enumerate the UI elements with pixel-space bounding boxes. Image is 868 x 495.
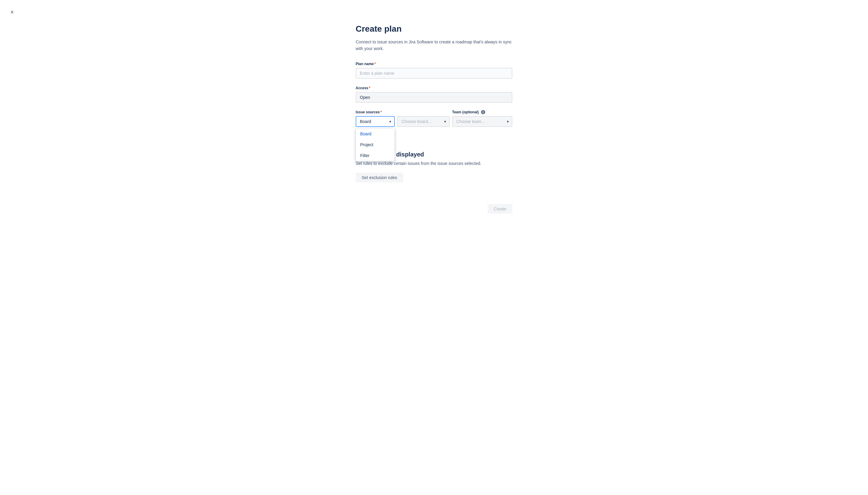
board-select[interactable]: Choose board...	[397, 116, 450, 127]
set-exclusion-rules-button[interactable]: Set exclusion rules	[355, 173, 403, 182]
board-select-wrapper: Choose board... ▼	[397, 116, 450, 127]
footer-row: Create	[355, 204, 513, 214]
dropdown-item-board[interactable]: Board	[356, 129, 395, 139]
dropdown-item-project[interactable]: Project	[356, 139, 395, 150]
source-type-wrapper: Board Project Filter ▼ Board Project Fil…	[355, 116, 395, 127]
team-label-wrapper: Team (optional) i	[452, 110, 513, 115]
plan-name-input[interactable]	[355, 68, 513, 79]
source-type-dropdown: Board Project Filter	[355, 128, 395, 161]
required-star: *	[374, 62, 376, 66]
issue-sources-header: Issue sources* Team (optional) i	[355, 110, 513, 115]
plan-name-label: Plan name*	[355, 62, 513, 66]
issue-sources-label: Issue sources*	[355, 110, 395, 114]
page-description: Connect to issue sources in Jira Softwar…	[355, 39, 513, 52]
access-select-wrapper: Open Private Invite only	[355, 92, 513, 103]
dropdown-item-filter[interactable]: Filter	[356, 150, 395, 161]
team-select-wrapper: Choose team... ▼	[452, 116, 513, 127]
issue-sources-group: Issue sources* Team (optional) i Board P…	[355, 110, 513, 127]
page-title: Create plan	[355, 24, 513, 34]
required-star-access: *	[369, 86, 370, 90]
exclusion-description: Set rules to exclude certain issues from…	[355, 160, 513, 167]
access-label: Access*	[355, 86, 513, 90]
access-group: Access* Open Private Invite only	[355, 86, 513, 103]
team-info-icon[interactable]: i	[481, 110, 485, 114]
source-type-select[interactable]: Board Project Filter	[355, 116, 395, 127]
source-type-select-wrapper: Board Project Filter ▼	[355, 116, 395, 127]
team-label: Team (optional) i	[452, 110, 513, 115]
access-select[interactable]: Open Private Invite only	[355, 92, 513, 103]
board-label-spacer	[397, 110, 450, 115]
close-button[interactable]: ×	[7, 7, 17, 17]
issue-sources-row: Board Project Filter ▼ Board Project Fil…	[355, 116, 513, 127]
plan-name-group: Plan name*	[355, 62, 513, 79]
team-select[interactable]: Choose team...	[452, 116, 513, 127]
required-star-sources: *	[380, 110, 382, 114]
create-button[interactable]: Create	[488, 204, 513, 214]
